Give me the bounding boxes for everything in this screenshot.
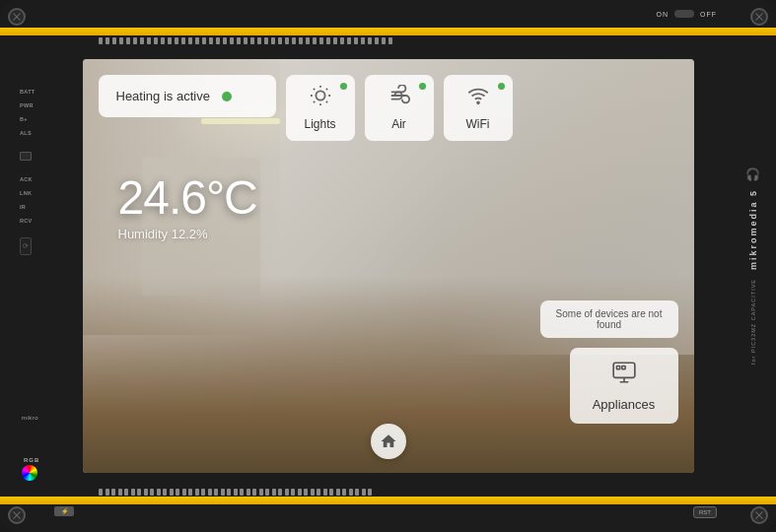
headphone-icon: 🎧 <box>745 167 760 181</box>
screw-bl <box>8 506 26 524</box>
batt-label: BATT <box>20 89 35 95</box>
pin <box>271 37 275 44</box>
air-card[interactable]: Air <box>365 75 434 141</box>
rst-button[interactable]: RST <box>693 506 717 518</box>
right-bottom-cards: Some of devices are not found Appliances <box>540 300 678 424</box>
pin <box>176 489 179 496</box>
pin <box>368 37 372 44</box>
appliances-label: Appliances <box>593 397 656 412</box>
pin <box>137 489 141 496</box>
pin <box>361 37 365 44</box>
pin <box>175 37 178 44</box>
pin <box>150 489 154 496</box>
svg-line-4 <box>325 101 326 102</box>
pin <box>201 489 205 496</box>
pin <box>221 489 225 496</box>
pin <box>126 37 130 44</box>
pin <box>170 489 174 496</box>
pin <box>299 37 303 44</box>
pin <box>106 489 109 496</box>
right-brand: 🎧 mikromedia 5 for PIC32MZ CAPACITIVE <box>745 79 760 453</box>
brand-name: mikromedia 5 <box>748 189 758 270</box>
pin <box>195 37 199 44</box>
off-label: OFF <box>700 11 717 18</box>
pin <box>313 37 317 44</box>
left-side-labels: BATT PWR B+ ALS ACK LNK IR RCV ⟳ <box>20 89 35 255</box>
svg-rect-11 <box>616 366 619 369</box>
pin <box>202 37 206 44</box>
pin <box>342 489 346 496</box>
pin <box>161 37 165 44</box>
pin <box>106 37 109 44</box>
heating-status-dot <box>222 92 232 101</box>
home-icon <box>380 432 397 450</box>
pin <box>182 489 186 496</box>
screw-tr <box>750 8 768 26</box>
pin <box>244 37 247 44</box>
pin <box>375 37 379 44</box>
svg-rect-10 <box>613 363 635 377</box>
pin <box>265 489 269 496</box>
screen: Heating is active <box>83 59 694 473</box>
pin <box>291 489 295 496</box>
heating-label: Heating is active <box>116 89 210 103</box>
pin <box>195 489 199 496</box>
pin <box>163 489 167 496</box>
lights-active-dot <box>340 83 347 90</box>
pin <box>252 489 256 496</box>
power-switch[interactable]: ON OFF <box>657 10 718 18</box>
wifi-label: WiFi <box>466 117 490 131</box>
top-cards-row: Heating is active <box>99 75 678 141</box>
pin <box>311 489 315 496</box>
temperature-section: 24.6°C Humidity 12.2% <box>99 170 678 241</box>
pin <box>188 37 192 44</box>
pin <box>240 489 244 496</box>
switch-track[interactable] <box>674 10 694 18</box>
ir-label: IR <box>20 204 35 210</box>
pin <box>362 489 366 496</box>
als-label: ALS <box>20 130 35 136</box>
pin <box>292 37 296 44</box>
usb-connector: ⚡ <box>54 506 74 516</box>
brand-sub: for PIC32MZ CAPACITIVE <box>750 279 756 365</box>
pin <box>285 37 289 44</box>
pin <box>131 489 135 496</box>
appliances-icon <box>611 360 637 391</box>
pin <box>230 37 234 44</box>
pin <box>259 489 263 496</box>
top-pin-row <box>99 35 638 45</box>
appliances-card[interactable]: Appliances <box>570 348 678 424</box>
pin <box>349 489 353 496</box>
pin <box>188 489 192 496</box>
rcv-label: RCV <box>20 218 35 224</box>
pin <box>119 37 123 44</box>
pin <box>154 37 158 44</box>
pin <box>157 489 161 496</box>
wifi-card[interactable]: WiFi <box>444 75 513 141</box>
pin <box>382 37 386 44</box>
pin <box>340 37 344 44</box>
pin <box>250 37 254 44</box>
pin <box>355 489 359 496</box>
heating-card[interactable]: Heating is active <box>99 75 276 117</box>
svg-point-0 <box>316 91 324 100</box>
on-label: ON <box>657 11 670 18</box>
screw-br <box>750 506 768 524</box>
pin <box>326 37 330 44</box>
pin <box>227 489 231 496</box>
warning-text: Some of devices are not found <box>556 308 663 330</box>
lights-label: Lights <box>304 117 335 131</box>
bottom-pin-row <box>99 487 638 497</box>
lights-card[interactable]: Lights <box>286 75 355 141</box>
pin <box>237 37 241 44</box>
pin <box>368 489 372 496</box>
home-button[interactable] <box>371 424 406 459</box>
svg-line-8 <box>325 89 326 90</box>
humidity-value: Humidity 12.2% <box>118 227 678 241</box>
wifi-icon <box>467 85 489 111</box>
pin <box>99 37 103 44</box>
pin <box>264 37 268 44</box>
pin <box>298 489 302 496</box>
ui-overlay: Heating is active <box>83 59 694 473</box>
air-active-dot <box>419 83 426 90</box>
